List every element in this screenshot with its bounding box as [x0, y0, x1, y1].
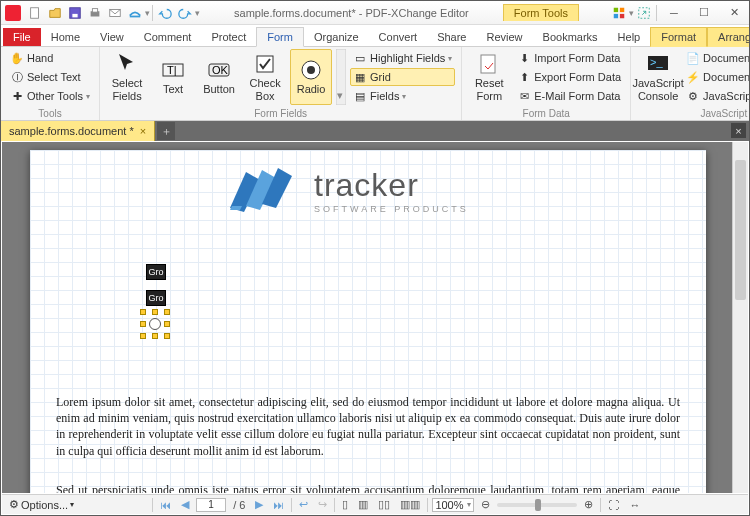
email-form-data[interactable]: ✉E-Mail Form Data [514, 87, 624, 105]
reset-form-button[interactable]: Reset Form [468, 49, 510, 105]
tab-convert[interactable]: Convert [369, 28, 428, 46]
workspace: trackerSOFTWARE PRODUCTS Gro Gro Lorem i… [2, 142, 748, 493]
layout-facing-cont-icon[interactable]: ▥▥ [397, 498, 423, 511]
checkbox-field-button[interactable]: Check Box [244, 49, 286, 105]
layout-single-icon[interactable]: ▯ [339, 498, 351, 511]
tab-comment[interactable]: Comment [134, 28, 202, 46]
tab-home[interactable]: Home [41, 28, 90, 46]
radio-field-button[interactable]: Radio [290, 49, 332, 105]
svg-text:OK: OK [212, 64, 229, 76]
tab-view[interactable]: View [90, 28, 134, 46]
next-page-button[interactable]: ▶ [252, 498, 266, 511]
options-label: Options... [21, 499, 68, 511]
nav-back-button[interactable]: ↩ [296, 498, 311, 511]
document-tab-bar: sample.forms.document *× ＋ × [1, 121, 749, 141]
select-fields-button[interactable]: Select Fields [106, 49, 148, 105]
close-tab-icon[interactable]: × [140, 125, 146, 137]
zoom-in-button[interactable]: ⊕ [581, 498, 596, 511]
qat-new-icon[interactable] [25, 3, 45, 23]
group-form-fields-label: Form Fields [106, 107, 455, 120]
export-icon: ⬆ [517, 70, 531, 84]
gear-icon: ⚙ [9, 498, 19, 511]
tab-protect[interactable]: Protect [201, 28, 256, 46]
ui-options-icon[interactable] [609, 3, 629, 23]
js-console-button[interactable]: >_JavaScript Console [637, 49, 679, 105]
tab-help[interactable]: Help [608, 28, 651, 46]
export-form-data[interactable]: ⬆Export Form Data [514, 68, 624, 86]
fit-page-icon[interactable]: ⛶ [605, 499, 622, 511]
qat-email-icon[interactable] [105, 3, 125, 23]
qat-redo-icon[interactable] [175, 3, 195, 23]
actions-icon: ⚡ [686, 70, 700, 84]
logo-mark-icon [220, 160, 300, 220]
javascript-options[interactable]: ⚙JavaScript Options [683, 87, 750, 105]
qat-open-icon[interactable] [45, 3, 65, 23]
launch-icon[interactable] [634, 3, 654, 23]
other-tools[interactable]: ✚Other Tools▾ [7, 87, 93, 105]
minimize-button[interactable]: ─ [659, 2, 689, 24]
quick-access-toolbar: ▾ ▾ sample.forms.document* - PDF-XChange… [1, 1, 749, 25]
js-options-icon: ⚙ [686, 89, 700, 103]
hand-tool[interactable]: ✋Hand [7, 49, 93, 67]
document-actions[interactable]: ⚡Document Actions [683, 68, 750, 86]
close-all-tabs-button[interactable]: × [731, 123, 746, 138]
form-field-gro2[interactable]: Gro [146, 290, 166, 306]
layout-facing-icon[interactable]: ▯▯ [375, 498, 393, 511]
ribbon-tab-bar: File Home View Comment Protect Form Orga… [1, 25, 749, 47]
vertical-scrollbar[interactable] [732, 142, 748, 493]
fields-dropdown[interactable]: ▤Fields▾ [350, 87, 455, 105]
zoom-value: 100% [435, 499, 463, 511]
tab-bookmarks[interactable]: Bookmarks [533, 28, 608, 46]
select-text-tool[interactable]: ⒾSelect Text [7, 68, 93, 86]
text-field-label: Text [163, 83, 183, 95]
qat-print-icon[interactable] [85, 3, 105, 23]
svg-rect-7 [614, 7, 618, 11]
document-tab[interactable]: sample.forms.document *× [1, 121, 155, 141]
svg-rect-10 [620, 13, 624, 17]
zoom-out-button[interactable]: ⊖ [478, 498, 493, 511]
zoom-input[interactable]: 100%▾ [432, 498, 474, 512]
scrollbar-thumb[interactable] [735, 160, 746, 300]
status-bar: ⚙Options...▾ ⏮ ◀ 1 / 6 ▶ ⏭ ↩ ↪ ▯ ▥ ▯▯ ▥▥… [2, 494, 748, 514]
page-canvas[interactable]: trackerSOFTWARE PRODUCTS Gro Gro Lorem i… [30, 150, 706, 493]
group-javascript-label: JavaScript [637, 107, 750, 120]
hand-icon: ✋ [10, 51, 24, 65]
prev-page-button[interactable]: ◀ [178, 498, 192, 511]
zoom-slider-thumb[interactable] [535, 499, 541, 511]
tab-review[interactable]: Review [476, 28, 532, 46]
zoom-slider[interactable] [497, 503, 577, 507]
import-form-data[interactable]: ⬇Import Form Data [514, 49, 624, 67]
qat-undo-icon[interactable] [155, 3, 175, 23]
tab-form[interactable]: Form [256, 27, 304, 47]
tab-file[interactable]: File [3, 28, 41, 46]
svg-text:▾: ▾ [337, 89, 343, 101]
email-icon: ✉ [517, 89, 531, 103]
text-field-button[interactable]: T|Text [152, 49, 194, 105]
highlight-fields-label: Highlight Fields [370, 52, 445, 64]
expand-gallery-icon[interactable]: ▾ [336, 49, 346, 105]
tab-arrange[interactable]: Arrange [707, 27, 750, 47]
close-button[interactable]: ✕ [719, 2, 749, 24]
highlight-fields-toggle[interactable]: ▭Highlight Fields▾ [350, 49, 455, 67]
fit-width-icon[interactable]: ↔ [626, 499, 643, 511]
button-field-button[interactable]: OKButton [198, 49, 240, 105]
last-page-button[interactable]: ⏭ [270, 499, 287, 511]
options-button[interactable]: ⚙Options...▾ [6, 498, 77, 511]
page-number-input[interactable]: 1 [196, 498, 226, 512]
tab-organize[interactable]: Organize [304, 28, 369, 46]
radio-field-selected[interactable] [143, 312, 167, 336]
grid-toggle[interactable]: ▦Grid [350, 68, 455, 86]
tab-share[interactable]: Share [427, 28, 476, 46]
button-field-label: Button [203, 83, 235, 95]
document-javascript[interactable]: 📄Document JavaScript [683, 49, 750, 67]
new-tab-button[interactable]: ＋ [157, 122, 175, 140]
layout-continuous-icon[interactable]: ▥ [355, 498, 371, 511]
tab-format[interactable]: Format [650, 27, 707, 47]
first-page-button[interactable]: ⏮ [157, 499, 174, 511]
form-field-gro1[interactable]: Gro [146, 264, 166, 280]
qat-scan-icon[interactable] [125, 3, 145, 23]
nav-fwd-button[interactable]: ↪ [315, 498, 330, 511]
svg-rect-21 [481, 55, 495, 73]
qat-save-icon[interactable] [65, 3, 85, 23]
maximize-button[interactable]: ☐ [689, 2, 719, 24]
